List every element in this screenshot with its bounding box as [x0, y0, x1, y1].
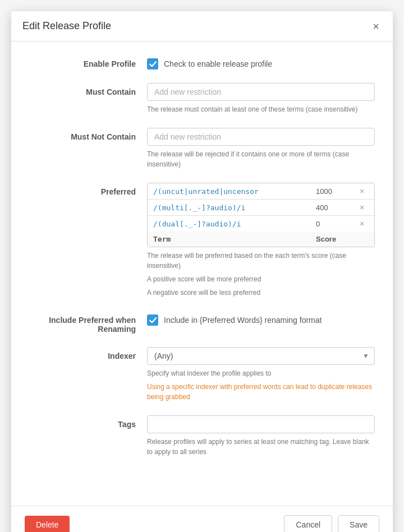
preferred-control: /(uncut|unrated|uncensor 1000 × /(multi[… — [147, 183, 375, 298]
indexer-label: Indexer — [29, 347, 147, 360]
include-preferred-checkbox[interactable] — [147, 314, 158, 326]
must-contain-row: Must Contain The release must contain at… — [29, 83, 375, 114]
must-not-contain-input[interactable] — [147, 128, 375, 146]
preferred-remove-2[interactable]: × — [355, 219, 369, 228]
tags-label: Tags — [29, 415, 147, 429]
enable-profile-checkbox-wrap: Check to enable release profile — [147, 55, 375, 70]
enable-profile-checkbox-label: Check to enable release profile — [164, 59, 272, 68]
enable-profile-control: Check to enable release profile — [147, 55, 375, 70]
preferred-data-row[interactable]: /(multi[._-]?audio)/i 400 × — [148, 200, 374, 216]
must-not-contain-row: Must Not Contain The release will be rej… — [29, 128, 375, 169]
enable-profile-checkbox[interactable] — [147, 58, 158, 70]
preferred-term-0: /(uncut|unrated|uncensor — [153, 187, 316, 196]
indexer-hint: Specify what indexer the profile applies… — [147, 368, 375, 378]
tags-input[interactable] — [147, 415, 375, 433]
include-preferred-label: Include Preferred when Renaming — [29, 311, 147, 334]
include-preferred-checkbox-wrap: Include in {Preferred Words} renaming fo… — [147, 311, 375, 326]
preferred-term-2: /(dual[._-]?audio)/i — [153, 220, 316, 228]
preferred-table: /(uncut|unrated|uncensor 1000 × /(multi[… — [147, 183, 375, 247]
modal-body: Enable Profile Check to enable release p… — [11, 41, 393, 506]
indexer-row: Indexer (Any) ▼ Specify what indexer the… — [29, 347, 375, 402]
cancel-button[interactable]: Cancel — [284, 515, 332, 532]
enable-profile-label: Enable Profile — [29, 55, 147, 68]
checkmark-icon — [149, 61, 157, 68]
modal-footer: Delete Cancel Save — [11, 506, 393, 532]
edit-release-profile-modal: Edit Release Profile × Enable Profile Ch… — [11, 11, 393, 532]
close-button[interactable]: × — [370, 21, 382, 32]
preferred-header-row: Term Score — [148, 232, 374, 247]
checkmark-icon-2 — [149, 317, 157, 324]
preferred-term-1: /(multi[._-]?audio)/i — [153, 203, 316, 212]
preferred-col-score-header: Score — [316, 235, 355, 243]
indexer-control: (Any) ▼ Specify what indexer the profile… — [147, 347, 375, 402]
must-contain-control: The release must contain at least one of… — [147, 83, 375, 114]
preferred-remove-1[interactable]: × — [355, 203, 369, 212]
tags-row: Tags Release profiles will apply to seri… — [29, 415, 375, 457]
save-button[interactable]: Save — [338, 515, 379, 532]
tags-hint: Release profiles will apply to series at… — [147, 437, 375, 457]
delete-button[interactable]: Delete — [25, 516, 70, 532]
must-not-contain-control: The release will be rejected if it conta… — [147, 128, 375, 169]
preferred-score-1: 400 — [316, 203, 355, 212]
must-contain-input[interactable] — [147, 83, 375, 101]
modal-title: Edit Release Profile — [22, 20, 111, 32]
indexer-select-wrap: (Any) ▼ — [147, 347, 375, 365]
preferred-col-term-header: Term — [153, 235, 316, 243]
preferred-score-2: 0 — [316, 220, 355, 228]
enable-profile-row: Enable Profile Check to enable release p… — [29, 55, 375, 70]
preferred-data-row[interactable]: /(uncut|unrated|uncensor 1000 × — [148, 183, 374, 200]
footer-right-buttons: Cancel Save — [284, 515, 379, 532]
preferred-row: Preferred /(uncut|unrated|uncensor 1000 … — [29, 183, 375, 298]
preferred-hint3: A negative score will be less preferred — [147, 288, 375, 298]
indexer-warning: Using a specific indexer with preferred … — [147, 382, 375, 402]
preferred-score-0: 1000 — [316, 187, 355, 196]
include-preferred-checkbox-label: Include in {Preferred Words} renaming fo… — [164, 316, 322, 325]
must-not-contain-hint: The release will be rejected if it conta… — [147, 149, 375, 169]
must-contain-hint: The release must contain at least one of… — [147, 104, 375, 114]
indexer-select[interactable]: (Any) — [147, 347, 375, 365]
must-contain-label: Must Contain — [29, 83, 147, 96]
include-preferred-row: Include Preferred when Renaming Include … — [29, 311, 375, 334]
preferred-label: Preferred — [29, 183, 147, 196]
preferred-data-row[interactable]: /(dual[._-]?audio)/i 0 × — [148, 216, 374, 232]
modal-header: Edit Release Profile × — [11, 11, 393, 41]
preferred-hint1: The release will be preferred based on t… — [147, 251, 375, 271]
must-not-contain-label: Must Not Contain — [29, 128, 147, 141]
include-preferred-control: Include in {Preferred Words} renaming fo… — [147, 311, 375, 326]
preferred-hint2: A positive score will be more preferred — [147, 274, 375, 284]
preferred-remove-0[interactable]: × — [355, 187, 369, 196]
tags-control: Release profiles will apply to series at… — [147, 415, 375, 457]
